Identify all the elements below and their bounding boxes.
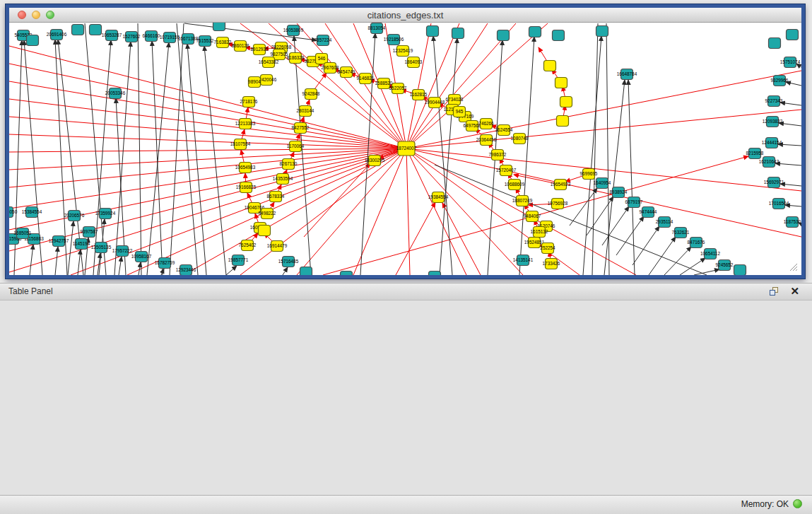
graph-node[interactable] bbox=[429, 271, 441, 276]
graph-node[interactable] bbox=[787, 30, 799, 40]
graph-node[interactable]: 10719155 bbox=[160, 33, 180, 43]
graph-node[interactable]: 8267130 bbox=[280, 159, 298, 170]
citation-edge-black[interactable] bbox=[152, 41, 163, 275]
citation-edge-black[interactable] bbox=[570, 188, 597, 226]
close-panel-icon[interactable]: ✕ bbox=[790, 285, 799, 298]
graph-node[interactable] bbox=[544, 61, 556, 71]
citation-edge-black[interactable] bbox=[616, 216, 644, 255]
graph-node[interactable]: 12942757 bbox=[49, 236, 69, 247]
graph-node[interactable]: 3624554 bbox=[495, 125, 513, 136]
citation-edge-red[interactable] bbox=[406, 148, 410, 275]
citation-edge-red[interactable] bbox=[9, 148, 406, 187]
graph-node[interactable]: 9227343 bbox=[765, 96, 783, 107]
graph-node[interactable] bbox=[734, 265, 746, 276]
graph-node[interactable]: 18724007 bbox=[396, 141, 417, 156]
graph-node[interactable]: 1145194 bbox=[73, 239, 90, 250]
citation-edge-black[interactable] bbox=[226, 266, 237, 275]
graph-node[interactable]: 746266 bbox=[478, 119, 494, 129]
graph-node[interactable]: 98904 bbox=[248, 77, 261, 88]
citation-edge-black[interactable] bbox=[694, 269, 719, 275]
window-titlebar[interactable]: citations_edges.txt bbox=[9, 8, 801, 23]
graph-node[interactable]: 2935114 bbox=[656, 217, 673, 228]
citation-edge-black[interactable] bbox=[294, 36, 311, 275]
citation-edge-red[interactable] bbox=[184, 148, 406, 275]
citation-edge-red[interactable] bbox=[406, 148, 466, 275]
graph-node[interactable]: 16914479 bbox=[267, 241, 288, 252]
graph-node[interactable]: 16671388 bbox=[178, 34, 199, 45]
graph-node[interactable]: 8186328 bbox=[287, 53, 305, 64]
graph-node[interactable]: 7632621 bbox=[672, 228, 690, 238]
citation-edge-black[interactable] bbox=[583, 36, 601, 275]
graph-node[interactable]: 6734028 bbox=[446, 95, 464, 105]
graph-node[interactable] bbox=[300, 267, 312, 276]
graph-node[interactable]: 6466160 bbox=[143, 31, 160, 42]
graph-node[interactable]: 20364456 bbox=[476, 135, 497, 146]
graph-node[interactable] bbox=[213, 23, 225, 31]
graph-node[interactable]: 6879197 bbox=[625, 197, 643, 208]
citation-edge-black[interactable] bbox=[114, 42, 131, 275]
graph-node[interactable]: 1162815 bbox=[410, 90, 428, 100]
graph-node[interactable]: 15716485 bbox=[278, 257, 299, 267]
citation-edge-red[interactable] bbox=[396, 202, 435, 275]
graph-node[interactable]: 2967608 bbox=[322, 63, 339, 74]
citation-edge-black[interactable] bbox=[177, 23, 198, 275]
graph-node[interactable]: 15384554 bbox=[22, 207, 42, 218]
graph-node[interactable]: 16648784 bbox=[617, 69, 637, 80]
graph-node[interactable]: 7857224 bbox=[314, 35, 332, 46]
citation-edge-black[interactable] bbox=[649, 237, 676, 275]
graph-node[interactable]: 12444154 bbox=[762, 138, 782, 148]
graph-node[interactable]: 1187530 bbox=[784, 217, 801, 228]
float-panel-icon[interactable] bbox=[770, 287, 779, 296]
graph-node[interactable]: 14135141 bbox=[513, 255, 534, 266]
graph-node[interactable]: 17957222 bbox=[112, 246, 133, 257]
graph-node[interactable] bbox=[90, 25, 102, 35]
citation-edge-black[interactable] bbox=[204, 46, 226, 275]
graph-node[interactable]: 9146821 bbox=[357, 74, 375, 84]
citation-edge-black[interactable] bbox=[632, 226, 659, 265]
graph-node[interactable] bbox=[596, 26, 608, 37]
graph-node[interactable]: 9245652 bbox=[716, 260, 734, 271]
graph-node[interactable] bbox=[529, 27, 541, 37]
citation-edge-black[interactable] bbox=[664, 247, 691, 275]
network-graph-canvas[interactable]: 1872400718300295193845547163822886012889… bbox=[9, 23, 801, 275]
citation-edge-red[interactable] bbox=[9, 46, 406, 148]
graph-node[interactable]: 19857771 bbox=[228, 255, 249, 266]
graph-node[interactable]: 8215958 bbox=[746, 148, 764, 159]
citation-edge-red[interactable] bbox=[406, 23, 459, 148]
graph-node[interactable] bbox=[560, 97, 572, 107]
citation-edge-black[interactable] bbox=[680, 258, 705, 275]
citation-edge-black[interactable] bbox=[592, 23, 598, 275]
graph-node[interactable]: 15692971 bbox=[764, 177, 784, 188]
graph-node[interactable]: 16053809 bbox=[283, 25, 304, 36]
citation-edge-red[interactable] bbox=[9, 148, 406, 272]
citation-edge-black[interactable] bbox=[119, 257, 122, 275]
graph-node[interactable]: 8454749 bbox=[338, 67, 355, 78]
graph-node[interactable]: 10653287 bbox=[102, 30, 122, 41]
graph-node[interactable]: 20691406 bbox=[47, 30, 67, 40]
graph-node[interactable]: 9329966 bbox=[771, 76, 789, 86]
citation-edge-red[interactable] bbox=[9, 117, 406, 148]
graph-node[interactable] bbox=[341, 271, 353, 276]
graph-node[interactable]: 8471676 bbox=[688, 238, 705, 248]
graph-node[interactable] bbox=[72, 25, 84, 35]
graph-node[interactable]: 15751074 bbox=[780, 57, 801, 68]
graph-node[interactable]: 7515532 bbox=[196, 36, 214, 47]
graph-node[interactable]: 15720407 bbox=[496, 165, 517, 176]
citation-edge-red[interactable] bbox=[406, 148, 579, 275]
graph-node[interactable]: 945 bbox=[454, 107, 466, 117]
graph-node[interactable]: 17016504 bbox=[769, 199, 789, 209]
citation-edge-black[interactable] bbox=[360, 33, 375, 275]
graph-node[interactable]: 12923446 bbox=[176, 265, 196, 276]
citation-edge-black[interactable] bbox=[433, 36, 452, 275]
graph-node[interactable]: 9484067 bbox=[524, 211, 541, 222]
citation-edge-black[interactable] bbox=[283, 267, 288, 275]
graph-node[interactable] bbox=[557, 116, 569, 127]
graph-node[interactable]: 1733426 bbox=[543, 259, 560, 269]
graph-node[interactable]: 18107554 bbox=[230, 139, 251, 150]
graph-node[interactable]: 7986372 bbox=[489, 150, 507, 160]
graph-node[interactable]: 8678334 bbox=[267, 192, 285, 202]
graph-node[interactable]: 13505135 bbox=[91, 243, 112, 253]
graph-node[interactable]: 1864093 bbox=[405, 57, 423, 68]
graph-node[interactable] bbox=[27, 35, 39, 46]
graph-node[interactable]: 19218506 bbox=[384, 35, 404, 45]
